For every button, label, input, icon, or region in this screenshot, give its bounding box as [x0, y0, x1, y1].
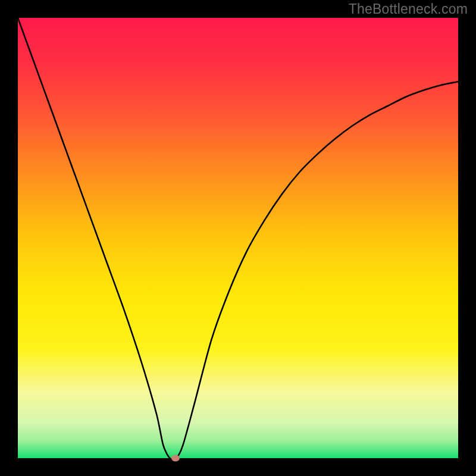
chart-frame: TheBottleneck.com	[0, 0, 476, 476]
optimum-marker-icon	[171, 455, 180, 462]
bottleneck-curve	[18, 18, 458, 459]
watermark-text: TheBottleneck.com	[349, 1, 468, 17]
plot-area	[18, 18, 458, 458]
curve-layer	[18, 18, 458, 458]
